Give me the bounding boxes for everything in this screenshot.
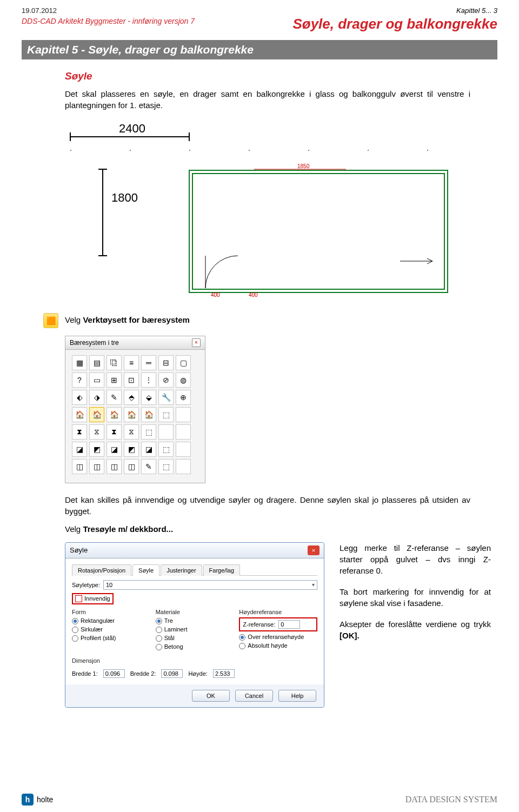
palette-tool[interactable]: ⬘ [124,390,139,405]
palette-tool[interactable]: ◫ [124,459,139,474]
palette-tool[interactable]: ⊡ [124,372,139,388]
palette-tool[interactable]: 🔧 [158,390,174,405]
soyletype-value: 10 [106,582,112,588]
palette-tool[interactable] [176,442,191,457]
palette-grid: ▦ ▤ ⿻ ≡ ═ ⊟ ▢ ? ▭ ⊞ ⊡ ⋮ ⊘ ◍ ⬖ ⬗ ✎ ⬘ ⬙ 🔧 … [65,350,205,483]
tab-fargelag[interactable]: Farge/lag [203,564,240,576]
palette-tool[interactable]: ◩ [89,442,104,457]
dimensjon-row: Bredde 1: Bredde 2: Høyde: [72,669,317,678]
dialog-title: Søyle [70,546,88,554]
palette-tool[interactable]: ◪ [72,442,87,457]
holte-logo-icon: h [22,794,34,806]
palette-tool[interactable] [158,424,174,440]
palette-tool[interactable]: ◫ [89,459,104,474]
palette-tool[interactable]: ⬚ [158,442,174,457]
header-date: 19.07.2012 [22,6,195,15]
href-heading: Høydereferanse [239,609,317,615]
b1-label: Bredde 1: [72,670,98,677]
palette-tool[interactable]: ⧗ [72,424,87,440]
radio-icon [156,644,162,650]
help-button[interactable]: Help [278,690,316,702]
palette-tool[interactable]: ✎ [141,459,156,474]
palette-tool[interactable]: ⊟ [158,355,174,370]
palette-tool[interactable]: ◩ [124,442,139,457]
palette-tool[interactable]: ▦ [72,355,87,370]
palette-tool[interactable]: ◫ [107,459,122,474]
palette-tool[interactable]: ⬚ [158,407,174,422]
palette-tool[interactable]: ▭ [89,372,104,388]
palette-tool[interactable]: ✎ [107,390,122,405]
palette-tool[interactable]: 🏠 [124,407,139,422]
soyletype-dropdown[interactable]: 10 ▾ [103,580,317,590]
href-opt-absolutt[interactable]: Absolutt høyde [239,642,317,649]
palette-tool[interactable]: ◪ [141,442,156,457]
palette-tool[interactable]: ⿻ [107,355,122,370]
palette-tool[interactable]: ◍ [176,372,191,388]
palette-tool[interactable]: 🏠 [72,407,87,422]
zref-input[interactable] [278,620,300,629]
h-label: Høyde: [188,670,207,677]
palette-tool[interactable] [176,459,191,474]
palette-tool[interactable]: ⧖ [124,424,139,440]
ok-button[interactable]: OK [192,690,230,702]
footer-left: h holte [22,794,53,806]
soyletype-label: Søyletype: [72,582,100,588]
palette-tool[interactable]: ⬗ [89,390,104,405]
palette-tool[interactable]: ⬚ [141,424,156,440]
radio-icon [72,618,78,624]
palette-tool[interactable]: ⬚ [158,459,174,474]
palette-tool[interactable]: ⊞ [107,372,122,388]
bredde1-input[interactable] [103,669,125,678]
tab-justeringer[interactable]: Justeringer [161,564,202,576]
palette-tool[interactable]: ⬙ [141,390,156,405]
dim-400a-label: 400 [211,292,220,298]
close-icon[interactable]: × [192,338,201,347]
palette-tool[interactable]: 🏠 [141,407,156,422]
palette-tool[interactable]: ≡ [124,355,139,370]
mat-opt-stal[interactable]: Stål [156,635,234,642]
palette-tool[interactable]: ? [72,372,87,388]
tab-rotasjon[interactable]: Rotasjon/Posisjon [72,564,131,576]
mat-opt-laminert[interactable]: Laminert [156,626,234,633]
palette-tool[interactable]: ⬖ [72,390,87,405]
bredde2-input[interactable] [161,669,183,678]
palette-tool[interactable]: ⋮ [141,372,156,388]
palette-tool[interactable]: ⧗ [107,424,122,440]
palette-tool[interactable] [176,424,191,440]
palette-tool[interactable]: ▢ [176,355,191,370]
cancel-button[interactable]: Cancel [235,690,273,702]
dim-1800-label: 1800 [111,191,138,204]
zref-highlight: Z-referanse: [239,617,317,631]
innvendig-checkbox[interactable] [75,595,82,602]
tool-palette-icon: 🟧 [43,313,58,328]
palette-tool[interactable]: ◫ [72,459,87,474]
page-footer: h holte DATA DESIGN SYSTEM [22,794,497,806]
svg-line-6 [249,150,250,151]
palette-tool[interactable] [176,407,191,422]
tab-soyle[interactable]: Søyle [132,564,159,576]
palette-tool[interactable]: ⊕ [176,390,191,405]
dialog-button-row: OK Cancel Help [65,684,324,707]
href-opt-over[interactable]: Over referansehøyde [239,634,317,641]
svg-line-8 [368,150,369,151]
palette-tool-selected[interactable]: 🏠 [89,407,104,422]
form-opt-sirkular[interactable]: Sirkulær [72,626,150,633]
ap2-bold: Tresøyle m/ dekkbord... [83,524,173,534]
mat-opt-tre[interactable]: Tre [156,617,234,624]
tool-bold: Verktøysett for bæresystem [83,315,190,324]
form-opt-profilert[interactable]: Profilert (stål) [72,635,150,642]
palette-tool[interactable]: ═ [141,355,156,370]
palette-tool[interactable]: 🏠 [107,407,122,422]
hoyde-input[interactable] [213,669,235,678]
radio-icon [72,635,78,642]
mat-opt-betong[interactable]: Betong [156,643,234,650]
palette-tool[interactable]: ▤ [89,355,104,370]
intro-paragraph: Det skal plasseres en søyle, en drager s… [65,88,470,111]
svg-line-3 [70,150,71,151]
palette-tool[interactable]: ⧖ [89,424,104,440]
palette-tool[interactable]: ⊘ [158,372,174,388]
form-opt-rektangular[interactable]: Rektangulær [72,617,150,624]
form-column: Form Rektangulær Sirkulær Profilert (stå… [72,609,150,652]
close-icon[interactable]: × [308,545,320,555]
palette-tool[interactable]: ◪ [107,442,122,457]
